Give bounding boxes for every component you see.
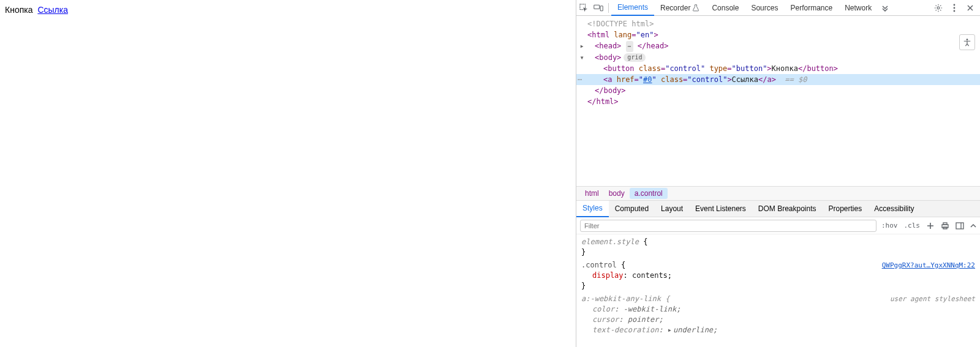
tab-sources[interactable]: Sources — [745, 0, 784, 16]
dom-html-close: </html> — [576, 96, 980, 107]
print-icon[interactable] — [941, 222, 949, 230]
svg-rect-1 — [594, 5, 600, 9]
subtab-computed[interactable]: Computed — [609, 201, 655, 217]
kebab-icon[interactable] — [947, 0, 962, 16]
crumb-html[interactable]: html — [580, 188, 604, 199]
rule-element-style[interactable]: element.style { } — [581, 237, 975, 258]
panel-layout-icon[interactable] — [956, 222, 964, 230]
svg-rect-2 — [600, 6, 603, 10]
styles-subtabs: Styles Computed Layout Event Listeners D… — [576, 201, 980, 217]
subtab-accessibility[interactable]: Accessibility — [868, 201, 920, 217]
svg-point-5 — [954, 7, 956, 9]
dom-tree[interactable]: <!DOCTYPE html> <html lang="en"> ▸<head>… — [576, 16, 980, 186]
close-icon[interactable] — [963, 0, 978, 16]
dom-html-open[interactable]: <html lang="en"> — [576, 29, 980, 40]
crumb-body[interactable]: body — [604, 188, 630, 199]
hov-toggle[interactable]: :hov — [881, 222, 898, 229]
svg-rect-11 — [956, 223, 963, 229]
tab-recorder-label: Recorder — [660, 4, 690, 12]
breadcrumb: html body a.control — [576, 186, 980, 201]
page-button[interactable]: Кнопка — [5, 5, 32, 15]
gear-icon[interactable] — [931, 0, 946, 16]
subtab-dom-breakpoints[interactable]: DOM Breakpoints — [752, 201, 823, 217]
tab-elements[interactable]: Elements — [611, 0, 654, 16]
svg-rect-9 — [943, 223, 947, 225]
dom-a-node[interactable]: ⋯<a href="#0" class="control">Ссылка</a>… — [576, 74, 980, 85]
dom-body-close: </body> — [576, 85, 980, 96]
subtab-layout[interactable]: Layout — [655, 201, 689, 217]
svg-point-6 — [954, 10, 956, 12]
tab-performance[interactable]: Performance — [784, 0, 839, 16]
grid-badge[interactable]: grid — [624, 53, 646, 62]
new-rule-icon[interactable] — [926, 222, 935, 230]
tab-network[interactable]: Network — [839, 0, 878, 16]
divider — [608, 3, 609, 13]
chevron-up-icon[interactable] — [970, 223, 976, 229]
subtab-styles[interactable]: Styles — [576, 201, 609, 217]
tab-console[interactable]: Console — [706, 0, 745, 16]
devtools-tabbar: Elements Recorder Console Sources Perfor… — [576, 0, 980, 16]
tab-recorder[interactable]: Recorder — [654, 0, 706, 16]
subtab-event-listeners[interactable]: Event Listeners — [689, 201, 752, 217]
dom-doctype: <!DOCTYPE html> — [576, 18, 980, 29]
dom-head[interactable]: ▸<head> ⋯ </head> — [576, 40, 980, 52]
dom-button-node[interactable]: <button class="control" type="button">Кн… — [576, 63, 980, 74]
rule-control[interactable]: QWPggRX?aut…YgxXNNqM:22 .control { displ… — [581, 260, 975, 291]
dom-body-open[interactable]: ▾<body>grid — [576, 52, 980, 63]
styles-filter-row: :hov .cls — [576, 217, 980, 234]
page-viewport: Кнопка Ссылка — [0, 0, 576, 347]
rule-source-ua: user agent stylesheet — [890, 294, 975, 304]
devtools-panel: Elements Recorder Console Sources Perfor… — [576, 0, 980, 347]
cls-toggle[interactable]: .cls — [904, 222, 921, 229]
device-toggle-icon[interactable] — [591, 0, 606, 16]
subtab-properties[interactable]: Properties — [823, 201, 869, 217]
inspect-icon[interactable] — [576, 0, 591, 16]
rule-anylink[interactable]: user agent stylesheet a:-webkit-any-link… — [581, 294, 975, 335]
more-tabs-icon[interactable] — [878, 0, 892, 16]
flask-icon — [692, 4, 699, 12]
styles-filter-input[interactable] — [580, 220, 876, 232]
crumb-a-control[interactable]: a.control — [630, 188, 668, 199]
svg-point-3 — [937, 7, 940, 9]
svg-point-4 — [954, 4, 956, 6]
rule-source-link[interactable]: QWPggRX?aut…YgxXNNqM:22 — [882, 260, 975, 271]
page-link[interactable]: Ссылка — [37, 5, 68, 15]
styles-rules[interactable]: element.style { } QWPggRX?aut…YgxXNNqM:2… — [576, 234, 980, 347]
